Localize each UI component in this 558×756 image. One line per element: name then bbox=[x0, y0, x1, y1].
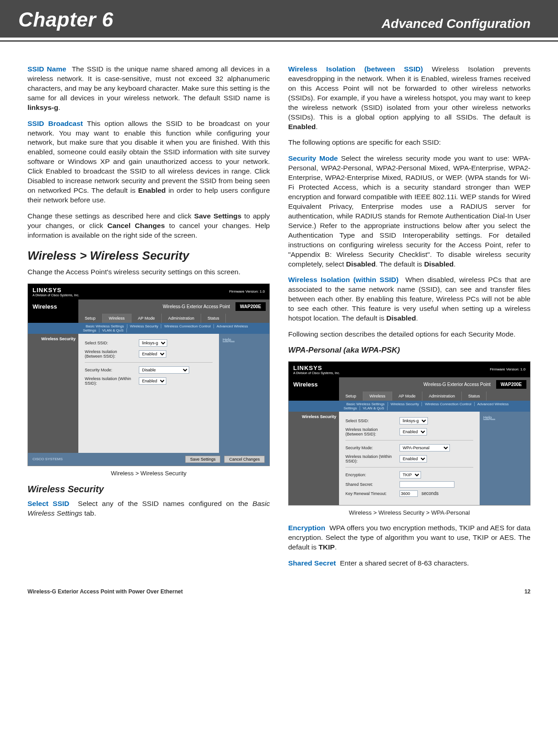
select-ssid-label-2: Select SSID: bbox=[345, 419, 396, 423]
header-underline bbox=[0, 40, 558, 42]
linksys-ui-2: LINKSYSA Division of Cisco Systems, Inc.… bbox=[288, 361, 531, 506]
product-name: Wireless-G Exterior Access Point bbox=[163, 304, 230, 309]
subtab-basic-2[interactable]: Basic Wireless Settings bbox=[344, 402, 388, 406]
key-renewal-label: Key Renewal Timeout: bbox=[345, 491, 396, 496]
security-mode-dropdown[interactable]: Disable bbox=[139, 366, 189, 374]
subtabs: Basic Wireless SettingsWireless Security… bbox=[28, 323, 269, 334]
following-section: Following section describes the detailed… bbox=[288, 330, 531, 339]
wpa-personal-heading: WPA-Personal (aka WPA-PSK) bbox=[288, 346, 531, 355]
ssid-broadcast-term: SSID Broadcast bbox=[27, 120, 83, 127]
shared-secret-label: Shared Secret: bbox=[345, 482, 396, 487]
encryption-term: Encryption bbox=[288, 524, 325, 532]
help-link-2[interactable]: Help... bbox=[483, 415, 495, 420]
encryption-label: Encryption: bbox=[345, 473, 396, 477]
tab-setup[interactable]: Setup bbox=[78, 314, 103, 323]
chapter-header: Chapter 6 Advanced Configuration bbox=[0, 0, 558, 38]
subtab-basic[interactable]: Basic Wireless Settings bbox=[83, 324, 127, 328]
tab-wireless-2[interactable]: Wireless bbox=[363, 392, 393, 401]
tab-status-2[interactable]: Status bbox=[462, 392, 487, 401]
save-settings-button[interactable]: Save Settings bbox=[185, 456, 221, 463]
tab-setup-2[interactable]: Setup bbox=[339, 392, 363, 401]
shared-secret-term: Shared Secret bbox=[288, 559, 336, 567]
save-settings-para: Change these settings as described here … bbox=[27, 212, 270, 240]
iso-within-term: Wireless Isolation (within SSID) bbox=[288, 276, 399, 283]
key-renewal-input[interactable] bbox=[399, 490, 418, 497]
section-sub: Change the Access Point's wireless secur… bbox=[27, 267, 270, 277]
model-label: WAP200E bbox=[235, 302, 266, 311]
chapter-number: Chapter 6 bbox=[18, 8, 113, 31]
linksys-ui-1: LINKSYSA Division of Cisco Systems, Inc.… bbox=[27, 283, 270, 466]
shared-secret-input[interactable] bbox=[399, 481, 454, 488]
firmware-version: Firmware Version: 1.0 bbox=[229, 289, 265, 294]
select-ssid-para: Select SSID Select any of the SSID names… bbox=[27, 499, 270, 518]
subsection-wireless-security: Wireless Security bbox=[27, 484, 270, 495]
section-label: Wireless bbox=[28, 299, 78, 314]
subtab-security[interactable]: Wireless Security bbox=[127, 324, 162, 328]
page-number: 12 bbox=[525, 588, 531, 595]
figure1-caption: Wireless > Wireless Security bbox=[27, 470, 270, 477]
subtab-vlan-2[interactable]: VLAN & QoS bbox=[360, 406, 388, 410]
product-name-2: Wireless-G Exterior Access Point bbox=[423, 382, 491, 387]
model-label-2: WAP200E bbox=[496, 380, 526, 389]
tab-ap-mode-2[interactable]: AP Mode bbox=[392, 392, 422, 401]
iso-within-label: Wireless Isolation (Within SSID): bbox=[85, 376, 135, 386]
section-heading-wireless-security: Wireless > Wireless Security bbox=[27, 249, 270, 263]
linksys-logo: LINKSYSA Division of Cisco Systems, Inc. bbox=[33, 287, 79, 297]
iso-within-para: Wireless Isolation (within SSID) When di… bbox=[288, 275, 531, 323]
ssid-name-term: SSID Name bbox=[27, 65, 66, 73]
iso-between-term: Wireless Isolation (between SSID) bbox=[288, 65, 423, 73]
tab-administration-2[interactable]: Administration bbox=[422, 392, 462, 401]
subtab-connection[interactable]: Wireless Connection Control bbox=[161, 324, 213, 328]
seconds-label: seconds bbox=[421, 491, 438, 496]
footer-product: Wireless-G Exterior Access Point with Po… bbox=[27, 588, 183, 595]
ssid-broadcast-para: SSID Broadcast This option allows the SS… bbox=[27, 119, 270, 205]
help-panel: Help... bbox=[219, 334, 269, 453]
shared-secret-para: Shared Secret Enter a shared secret of 8… bbox=[288, 559, 531, 568]
ssid-name-para: SSID Name The SSID is the unique name sh… bbox=[27, 65, 270, 113]
page-footer: Wireless-G Exterior Access Point with Po… bbox=[0, 575, 558, 595]
figure-wpa-personal: LINKSYSA Division of Cisco Systems, Inc.… bbox=[288, 361, 531, 506]
iso-within-label-2: Wireless Isolation (Within SSID): bbox=[345, 454, 396, 463]
select-ssid-label: Select SSID: bbox=[85, 341, 135, 345]
security-mode-dropdown-2[interactable]: WPA-Personal bbox=[399, 444, 450, 451]
iso-within-dropdown-2[interactable]: Enabled bbox=[399, 455, 427, 462]
tab-ap-mode[interactable]: AP Mode bbox=[131, 314, 162, 323]
side-label-2: Wireless Security bbox=[289, 412, 339, 505]
subtab-security-2[interactable]: Wireless Security bbox=[388, 402, 422, 406]
iso-within-dropdown[interactable]: Enabled bbox=[139, 377, 166, 385]
subtab-vlan[interactable]: VLAN & QoS bbox=[99, 328, 127, 332]
tab-wireless[interactable]: Wireless bbox=[103, 314, 132, 323]
section-label-2: Wireless bbox=[289, 377, 339, 392]
form-area-2: Select SSID:linksys-g Wireless Isolation… bbox=[339, 412, 480, 505]
right-column: Wireless Isolation (between SSID) Wirele… bbox=[288, 65, 531, 575]
cisco-label: CISCO SYSTEMS bbox=[33, 457, 63, 461]
select-ssid-term: Select SSID bbox=[27, 500, 69, 507]
select-ssid-dropdown[interactable]: linksys-g bbox=[139, 339, 167, 347]
following-options: The following options are specific for e… bbox=[288, 138, 531, 147]
encryption-dropdown[interactable]: TKIP bbox=[399, 471, 421, 479]
iso-between-label: Wireless Isolation (Between SSID): bbox=[85, 349, 135, 359]
linksys-logo-2: LINKSYSA Division of Cisco Systems, Inc. bbox=[293, 364, 340, 375]
help-link[interactable]: Help... bbox=[223, 337, 235, 342]
chapter-title: Advanced Configuration bbox=[382, 16, 531, 31]
select-ssid-dropdown-2[interactable]: linksys-g bbox=[399, 417, 428, 424]
subtab-connection-2[interactable]: Wireless Connection Control bbox=[422, 402, 474, 406]
figure-wireless-security: LINKSYSA Division of Cisco Systems, Inc.… bbox=[27, 283, 270, 466]
cancel-changes-button[interactable]: Cancel Changes bbox=[224, 456, 265, 463]
iso-between-dropdown[interactable]: Enabled bbox=[139, 350, 166, 358]
firmware-version-2: Firmware Version: 1.0 bbox=[490, 367, 525, 371]
form-area: Select SSID:linksys-g Wireless Isolation… bbox=[78, 334, 219, 453]
iso-between-para: Wireless Isolation (between SSID) Wirele… bbox=[288, 65, 531, 131]
security-mode-para: Security Mode Select the wireless securi… bbox=[288, 154, 531, 269]
security-mode-label: Security Mode: bbox=[85, 368, 135, 372]
iso-between-label-2: Wireless Isolation (Between SSID): bbox=[345, 427, 396, 436]
tab-status[interactable]: Status bbox=[201, 314, 226, 323]
iso-between-dropdown-2[interactable]: Enabled bbox=[399, 428, 427, 435]
tab-administration[interactable]: Administration bbox=[162, 314, 201, 323]
subtabs-2: Basic Wireless SettingsWireless Security… bbox=[289, 401, 530, 412]
encryption-para: Encryption WPA offers you two encryption… bbox=[288, 523, 531, 552]
side-label: Wireless Security bbox=[28, 334, 78, 453]
figure2-caption: Wireless > Wireless Security > WPA-Perso… bbox=[288, 509, 531, 516]
security-mode-term: Security Mode bbox=[288, 154, 338, 162]
left-column: SSID Name The SSID is the unique name sh… bbox=[27, 65, 270, 575]
